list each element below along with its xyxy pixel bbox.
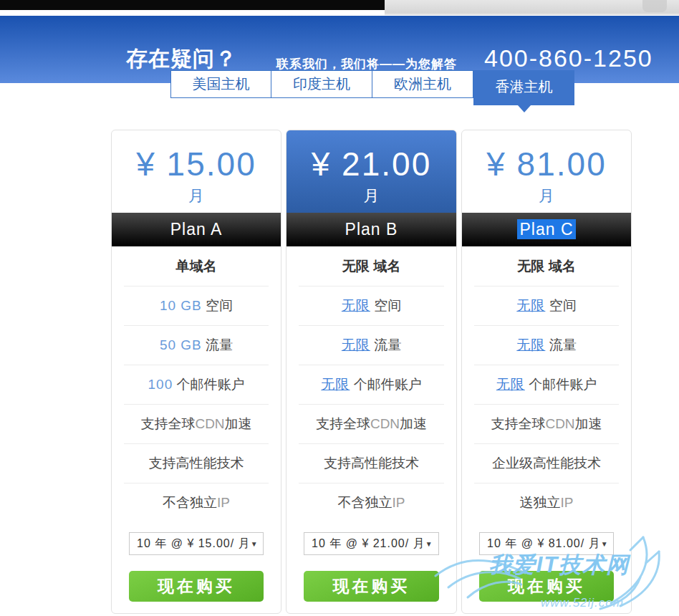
feature-text: 100 (148, 377, 173, 393)
feature-text: 流量 (545, 336, 576, 355)
feature-row: 100 个邮件账户 (124, 365, 269, 404)
feature-text: 不含独立 (163, 494, 217, 512)
plan-name: Plan B (345, 220, 398, 239)
feature-row: 支持全球CDN加速 (124, 404, 269, 443)
unlimited-link[interactable]: 无限 (321, 375, 350, 394)
tab-hongkong-hosting[interactable]: 香港主机 (473, 70, 574, 105)
feature-text: 10 GB (160, 298, 202, 314)
feature-text: 空间 (545, 297, 576, 315)
feature-text: 加速 (400, 415, 427, 433)
feature-list: 无限 域名无限 空间无限 流量无限 个邮件账户支持全球CDN加速企业级高性能技术… (462, 246, 631, 522)
plan-price-area: ¥ 81.00 月 (462, 130, 631, 213)
feature-row: 支持高性能技术 (124, 443, 269, 483)
feature-text: 无限 域名 (517, 257, 575, 276)
feature-text: 加速 (225, 415, 252, 433)
feature-text: CDN (370, 416, 400, 432)
buy-now-button[interactable]: 现在购买 (129, 571, 264, 602)
unlimited-link[interactable]: 无限 (496, 375, 525, 394)
feature-text: 单域名 (176, 257, 217, 276)
feature-row: 单域名 (124, 246, 269, 286)
buy-now-button[interactable]: 现在购买 (479, 571, 614, 602)
term-select[interactable]: 10 年 @ ¥ 15.00/ 月 ▼ (129, 532, 264, 555)
plan-name: Plan A (170, 220, 223, 239)
feature-text: 空间 (370, 297, 401, 315)
feature-text: 无限 域名 (342, 257, 400, 276)
unlimited-link[interactable]: 无限 (516, 297, 545, 315)
plan-card-a: ¥ 15.00 月 Plan A 单域名10 GB 空间50 GB 流量100 … (111, 130, 281, 614)
feature-row: 支持全球CDN加速 (474, 404, 619, 443)
term-select-value: 10 年 @ ¥ 15.00/ 月 (137, 536, 251, 552)
feature-text: CDN (545, 416, 574, 432)
phone-number: 400-860-1250 (484, 44, 653, 72)
plan-period: 月 (286, 186, 456, 207)
term-select-value: 10 年 @ ¥ 21.00/ 月 (312, 536, 425, 552)
plan-period: 月 (462, 186, 631, 207)
feature-row: 无限 域名 (474, 246, 619, 286)
plan-name-bar: Plan B (286, 213, 456, 246)
hosting-tabs: 美国主机 印度主机 欧洲主机 香港主机 (170, 70, 574, 98)
plan-price: ¥ 81.00 (462, 130, 631, 183)
feature-text: IP (393, 495, 405, 511)
feature-text: 个邮件账户 (350, 375, 421, 394)
feature-row: 无限 域名 (299, 246, 444, 286)
unlimited-link[interactable]: 无限 (516, 336, 545, 355)
feature-text: 个邮件账户 (525, 375, 597, 394)
feature-row: 无限 个邮件账户 (474, 365, 619, 404)
feature-text: 支持全球 (316, 415, 370, 433)
feature-row: 无限 个邮件账户 (299, 365, 444, 404)
tab-india-hosting[interactable]: 印度主机 (271, 70, 372, 98)
top-gray-strip (385, 0, 679, 15)
top-black-bar (0, 0, 385, 10)
feature-text: 加速 (575, 415, 602, 433)
feature-text: IP (561, 495, 574, 511)
unlimited-link[interactable]: 无限 (342, 336, 370, 355)
feature-text: 支持全球 (491, 415, 545, 433)
plan-price: ¥ 15.00 (112, 130, 281, 183)
plan-name-bar: Plan C (462, 213, 631, 246)
feature-row: 50 GB 流量 (124, 325, 269, 365)
buy-now-button[interactable]: 现在购买 (304, 571, 439, 602)
feature-text: 支持全球 (140, 415, 195, 433)
plan-period: 月 (112, 186, 281, 207)
feature-row: 支持全球CDN加速 (299, 404, 444, 443)
feature-row: 企业级高性能技术 (474, 443, 619, 483)
plan-name-bar: Plan A (112, 213, 281, 246)
feature-text: 流量 (370, 336, 401, 355)
term-select[interactable]: 10 年 @ ¥ 21.00/ 月 ▼ (304, 532, 439, 555)
feature-row: 支持高性能技术 (299, 443, 444, 483)
plan-price-area: ¥ 21.00 月 (286, 130, 456, 213)
feature-text: 不含独立 (338, 494, 393, 512)
term-select[interactable]: 10 年 @ ¥ 81.00/ 月 ▼ (479, 532, 614, 555)
feature-text: IP (217, 495, 230, 511)
feature-text: 企业级高性能技术 (492, 454, 601, 473)
term-select-value: 10 年 @ ¥ 81.00/ 月 (487, 536, 601, 552)
caret-down-icon: ▼ (425, 540, 433, 548)
feature-row: 10 GB 空间 (124, 286, 269, 325)
feature-text: 支持高性能技术 (324, 454, 419, 473)
feature-row: 无限 流量 (299, 325, 444, 365)
header-title: 存在疑问？ (126, 44, 237, 74)
plan-card-c: ¥ 81.00 月 Plan C 无限 域名无限 空间无限 流量无限 个邮件账户… (461, 130, 632, 614)
plan-price: ¥ 21.00 (286, 130, 456, 183)
feature-row: 不含独立IP (124, 483, 269, 522)
feature-text: 送独立 (520, 494, 561, 512)
feature-row: 无限 流量 (474, 325, 619, 365)
feature-text: CDN (195, 416, 224, 432)
feature-list: 无限 域名无限 空间无限 流量无限 个邮件账户支持全球CDN加速支持高性能技术不… (286, 246, 456, 522)
plan-name: Plan C (517, 219, 575, 239)
plan-card-b: ¥ 21.00 月 Plan B 无限 域名无限 空间无限 流量无限 个邮件账户… (286, 130, 457, 614)
feature-text: 流量 (202, 336, 233, 355)
feature-text: 个邮件账户 (173, 375, 244, 394)
caret-down-icon: ▼ (601, 540, 609, 548)
tab-europe-hosting[interactable]: 欧洲主机 (372, 70, 473, 98)
gray-strip-smudge (642, 0, 667, 12)
feature-list: 单域名10 GB 空间50 GB 流量100 个邮件账户支持全球CDN加速支持高… (112, 246, 281, 522)
feature-row: 不含独立IP (299, 483, 444, 522)
feature-text: 50 GB (160, 337, 202, 353)
tab-us-hosting[interactable]: 美国主机 (170, 70, 271, 98)
unlimited-link[interactable]: 无限 (342, 297, 370, 315)
feature-row: 无限 空间 (299, 286, 444, 325)
feature-row: 无限 空间 (474, 286, 619, 325)
caret-down-icon: ▼ (251, 540, 259, 548)
feature-text: 支持高性能技术 (149, 454, 244, 473)
